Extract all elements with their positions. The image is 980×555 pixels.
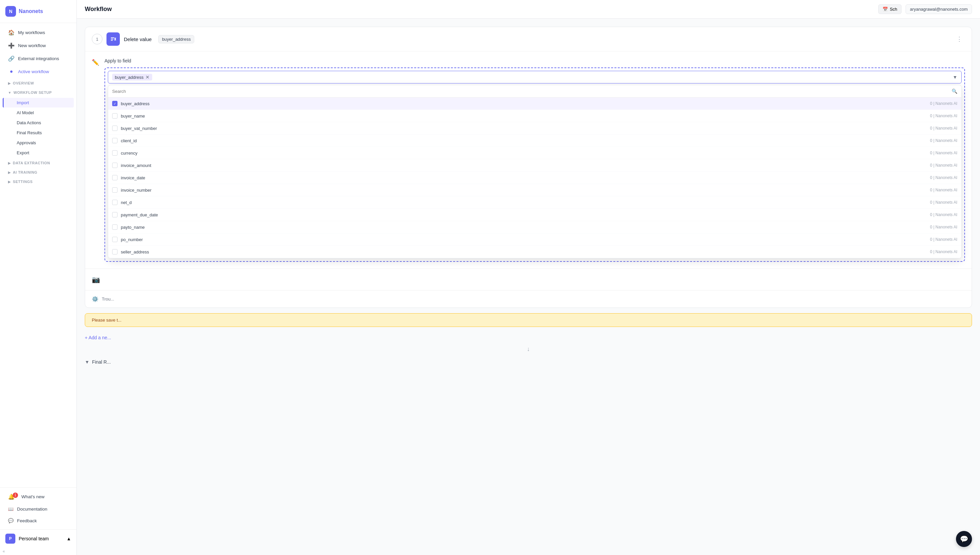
field-name-buyer_vat_number: buyer_vat_number bbox=[121, 126, 927, 131]
schedule-icon: 📅 bbox=[882, 7, 888, 12]
field-name-invoice_number: invoice_number bbox=[121, 188, 927, 192]
checkbox-seller_address bbox=[112, 249, 117, 255]
main: Workflow 📅 Sch aryanagrawal@nanonets.com… bbox=[77, 0, 980, 555]
team-left: P Personal team bbox=[5, 534, 49, 544]
field-option-net_d[interactable]: net_d 0 | Nanonets AI bbox=[108, 196, 961, 209]
sidebar-item-new-workflow[interactable]: ➕ New workflow bbox=[3, 39, 74, 52]
add-new-button[interactable]: + Add a ne... bbox=[85, 332, 972, 343]
sidebar-item-active-workflow[interactable]: ● Active workflow bbox=[3, 65, 74, 78]
team-section[interactable]: P Personal team ▲ bbox=[0, 529, 77, 548]
checkbox-buyer_vat_number bbox=[112, 125, 117, 131]
field-select[interactable]: buyer_address ✕ ▼ bbox=[108, 71, 962, 83]
step-icon bbox=[106, 32, 120, 46]
search-input[interactable] bbox=[112, 89, 949, 94]
section-ai-training[interactable]: ▶ AI TRAINING bbox=[3, 168, 74, 176]
field-option-invoice_number[interactable]: invoice_number 0 | Nanonets AI bbox=[108, 184, 961, 196]
sidebar-item-import[interactable]: Import bbox=[3, 98, 74, 107]
field-option-payto_name[interactable]: payto_name 0 | Nanonets AI bbox=[108, 221, 961, 233]
add-new-label: + Add a ne... bbox=[85, 335, 111, 340]
final-results-label: Final R... bbox=[92, 359, 111, 365]
field-name-payto_name: payto_name bbox=[121, 225, 927, 230]
field-meta-seller_address: 0 | Nanonets AI bbox=[930, 249, 957, 254]
sidebar-item-feedback[interactable]: 💬 Feedback bbox=[3, 515, 74, 526]
field-meta-invoice_number: 0 | Nanonets AI bbox=[930, 188, 957, 192]
field-option-buyer_name[interactable]: buyer_name 0 | Nanonets AI bbox=[108, 110, 961, 122]
logo-icon: N bbox=[5, 6, 16, 17]
sidebar-item-ai-model[interactable]: AI Model bbox=[3, 108, 74, 117]
new-workflow-label: New workflow bbox=[18, 43, 46, 48]
ai-training-label: AI TRAINING bbox=[13, 170, 37, 174]
section-overview[interactable]: ▶ OVERVIEW bbox=[3, 79, 74, 87]
field-option-buyer_vat_number[interactable]: buyer_vat_number 0 | Nanonets AI bbox=[108, 122, 961, 135]
field-name-currency: currency bbox=[121, 151, 927, 156]
topbar: Workflow 📅 Sch aryanagrawal@nanonets.com bbox=[77, 0, 980, 19]
step-number: 1 bbox=[92, 34, 102, 45]
field-option-seller_address[interactable]: seller_address 0 | Nanonets AI bbox=[108, 246, 961, 258]
card-header: 1 Delete value buyer_address ⋮ bbox=[85, 27, 972, 51]
feedback-label: Feedback bbox=[17, 518, 37, 523]
section-workflow-setup[interactable]: ▼ WORKFLOW SETUP bbox=[3, 88, 74, 96]
checkbox-payto_name bbox=[112, 225, 117, 230]
sidebar-item-final-results[interactable]: Final Results bbox=[3, 128, 74, 138]
field-name-client_id: client_id bbox=[121, 138, 927, 143]
apply-to-field-section: ✏️ Apply to field buyer_address ✕ ▼ bbox=[85, 51, 972, 268]
checkbox-currency bbox=[112, 150, 117, 156]
checkbox-net_d bbox=[112, 200, 117, 205]
field-meta-buyer_name: 0 | Nanonets AI bbox=[930, 114, 957, 118]
final-results-section[interactable]: ▼ Final R... bbox=[85, 355, 972, 369]
team-label: Personal team bbox=[19, 536, 49, 541]
field-option-buyer_address[interactable]: ✓ buyer_address 0 | Nanonets AI bbox=[108, 98, 961, 110]
selected-tag: buyer_address ✕ bbox=[112, 74, 152, 80]
sidebar-item-external-integrations[interactable]: 🔗 External integrations bbox=[3, 52, 74, 65]
troubleshoot-label: Trou... bbox=[102, 297, 114, 302]
field-option-payment_due_date[interactable]: payment_due_date 0 | Nanonets AI bbox=[108, 209, 961, 221]
remove-selected-field-button[interactable]: ✕ bbox=[146, 74, 149, 80]
active-workflow-label: Active workflow bbox=[18, 69, 49, 74]
section-data-extraction[interactable]: ▶ DATA EXTRACTION bbox=[3, 159, 74, 167]
sidebar-item-data-actions[interactable]: Data Actions bbox=[3, 118, 74, 128]
workflow-setup-label: WORKFLOW SETUP bbox=[13, 90, 52, 95]
whats-new-label: What's new bbox=[21, 494, 45, 499]
sidebar-bottom: 🔔 1 What's new 📖 Documentation 💬 Feedbac… bbox=[0, 487, 77, 529]
sidebar-item-approvals[interactable]: Approvals bbox=[3, 138, 74, 148]
schedule-label: Sch bbox=[890, 7, 897, 12]
sidebar-item-my-workflows[interactable]: 🏠 My workflows bbox=[3, 26, 74, 39]
field-meta-invoice_amount: 0 | Nanonets AI bbox=[930, 163, 957, 168]
checkbox-po_number bbox=[112, 237, 117, 242]
field-meta-buyer_vat_number: 0 | Nanonets AI bbox=[930, 126, 957, 131]
more-options-button[interactable]: ⋮ bbox=[954, 34, 965, 44]
page-title: Workflow bbox=[85, 6, 112, 13]
content-area: 1 Delete value buyer_address ⋮ ✏️ bbox=[77, 19, 980, 555]
collapse-sidebar-button[interactable]: « bbox=[0, 548, 77, 555]
settings-chevron: ▶ bbox=[8, 180, 11, 184]
checkbox-buyer_name bbox=[112, 113, 117, 119]
logo-area[interactable]: N Nanonets bbox=[0, 0, 77, 23]
field-dropdown-wrapper: buyer_address ✕ ▼ 🔍 bbox=[104, 67, 965, 262]
field-meta-payto_name: 0 | Nanonets AI bbox=[930, 225, 957, 229]
field-name-buyer_address: buyer_address bbox=[121, 101, 927, 106]
checkbox-invoice_number bbox=[112, 187, 117, 192]
plus-icon: ➕ bbox=[8, 42, 15, 49]
search-icon: 🔍 bbox=[952, 88, 957, 94]
field-meta-invoice_date: 0 | Nanonets AI bbox=[930, 175, 957, 180]
field-option-client_id[interactable]: client_id 0 | Nanonets AI bbox=[108, 135, 961, 147]
chat-bubble-button[interactable]: 💬 bbox=[956, 531, 972, 547]
user-email: aryanagrawal@nanonets.com bbox=[906, 4, 972, 14]
field-option-invoice_amount[interactable]: invoice_amount 0 | Nanonets AI bbox=[108, 159, 961, 172]
sidebar-item-export[interactable]: Export bbox=[3, 148, 74, 157]
schedule-button[interactable]: 📅 Sch bbox=[878, 4, 902, 14]
section-settings[interactable]: ▶ SETTINGS bbox=[3, 178, 74, 186]
troubleshoot-section[interactable]: ⚙️ Trou... bbox=[85, 290, 972, 308]
app-name: Nanonets bbox=[19, 8, 43, 14]
sidebar-item-whats-new[interactable]: 🔔 1 What's new bbox=[3, 491, 74, 503]
field-option-invoice_date[interactable]: invoice_date 0 | Nanonets AI bbox=[108, 172, 961, 184]
active-workflow-icon: ● bbox=[8, 68, 15, 75]
field-meta-currency: 0 | Nanonets AI bbox=[930, 151, 957, 155]
sidebar-item-documentation[interactable]: 📖 Documentation bbox=[3, 503, 74, 515]
field-name-net_d: net_d bbox=[121, 200, 927, 205]
overview-chevron: ▶ bbox=[8, 82, 11, 85]
field-option-po_number[interactable]: po_number 0 | Nanonets AI bbox=[108, 233, 961, 246]
svg-rect-1 bbox=[111, 39, 114, 39]
team-chevron-up: ▲ bbox=[66, 536, 71, 541]
field-option-currency[interactable]: currency 0 | Nanonets AI bbox=[108, 147, 961, 159]
